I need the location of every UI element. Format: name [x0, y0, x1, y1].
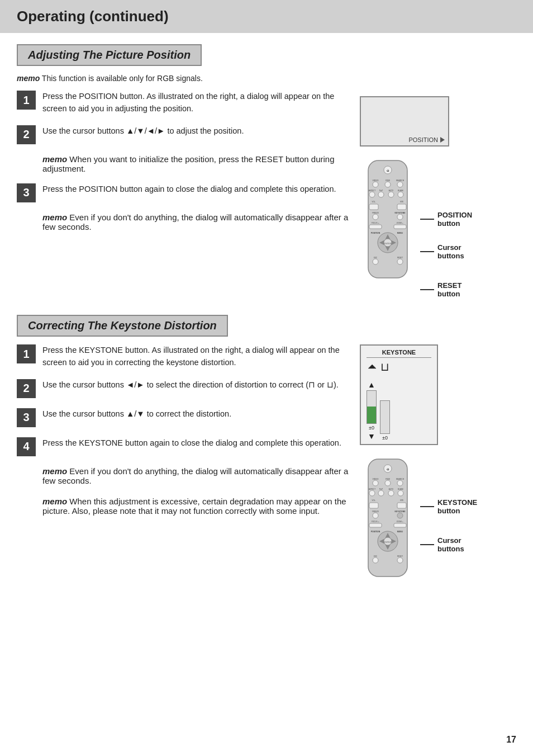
svg-text:SEARCH: SEARCH: [396, 179, 404, 182]
svg-text:MENU: MENU: [397, 531, 403, 533]
svg-point-40: [373, 259, 378, 264]
svg-text:PinP: PinP: [379, 190, 383, 192]
keystone-button-line: [420, 506, 434, 507]
svg-rect-20: [397, 204, 406, 210]
svg-text:SITE: SITE: [400, 201, 404, 203]
svg-text:ZOOM +-: ZOOM +-: [397, 521, 404, 523]
step-num-1-1: 1: [17, 91, 36, 110]
step-1-2-text: Use the cursor buttons ▲/▼/◄/► to adjust…: [42, 126, 244, 135]
svg-point-65: [373, 513, 378, 518]
svg-point-6: [373, 182, 378, 187]
svg-point-50: [397, 480, 403, 486]
page-number: 17: [506, 735, 516, 745]
step-1-1-text: Press the POSITION button. As illustrate…: [42, 92, 334, 113]
section2-header: Correcting The Keystone Distortion: [17, 315, 228, 337]
step-2-1: 1 Press the KEYSTONE button. As illustra…: [17, 344, 360, 369]
step-2-4: 4 Press the KEYSTONE button again to clo…: [17, 437, 360, 516]
cursor-buttons-line-1: [420, 251, 434, 252]
step-2-2: 2 Use the cursor buttons ◄/► to select t…: [17, 379, 360, 398]
section-adjusting: Adjusting The Picture Position memo This…: [0, 39, 533, 298]
step-num-2-3: 3: [17, 408, 36, 427]
svg-text:ASPECT: ASPECT: [369, 488, 375, 490]
svg-rect-69: [369, 523, 382, 527]
svg-text:VIDEO: VIDEO: [373, 179, 379, 182]
page-header: Operating (continued): [0, 0, 533, 33]
keystone-dialog: KEYSTONE ⏶ ⊔ ▲: [360, 344, 438, 445]
reset-button-label: RESETbutton: [437, 281, 461, 298]
svg-point-57: [388, 490, 394, 496]
svg-rect-27: [369, 225, 382, 229]
svg-point-23: [373, 214, 378, 220]
step-2-4-memo-bold: memo: [42, 466, 67, 476]
svg-text:ESC: ESC: [374, 555, 378, 557]
step-1-2-memo: When you want to initialize the position…: [42, 154, 335, 173]
svg-text:BLANK: BLANK: [398, 190, 403, 192]
step-1-3-text: Press the POSITION button again to close…: [42, 185, 336, 193]
step-2-2-text: Use the cursor buttons ◄/► to select the…: [42, 380, 339, 389]
svg-point-13: [369, 192, 375, 197]
svg-text:AUTO: AUTO: [389, 190, 394, 192]
svg-point-49: [385, 480, 391, 486]
step-num-2-1: 1: [17, 344, 36, 363]
remote-labels-2: KEYSTONEbutton Cursorbuttons: [420, 498, 477, 553]
svg-text:PinP: PinP: [379, 488, 383, 490]
position-button-label: POSITIONbutton: [437, 211, 472, 228]
svg-point-48: [373, 480, 378, 486]
svg-text:FOCUS +-: FOCUS +-: [372, 222, 379, 224]
svg-text:FREEZE: FREEZE: [372, 511, 379, 513]
svg-rect-61: [369, 503, 378, 508]
svg-text:RGB: RGB: [386, 478, 390, 480]
remote-svg-2: ⏻ VIDEO RGB SEARCH ASPECT PinP AUTO BLAN…: [360, 456, 416, 579]
step-num-1-2: 2: [17, 125, 36, 144]
memo-text-1: This function is available only for RGB …: [40, 74, 203, 83]
step-num-2-4: 4: [17, 437, 36, 456]
svg-text:SITE: SITE: [400, 499, 404, 502]
svg-text:VIDEO: VIDEO: [373, 478, 379, 480]
section1-steps: 1 Press the POSITION button. As illustra…: [17, 91, 360, 242]
page-title: Operating (continued): [17, 8, 516, 25]
svg-text:POSITION: POSITION: [371, 531, 380, 533]
svg-text:VOL-: VOL-: [372, 201, 375, 203]
remote-labels-1: POSITIONbutton Cursorbuttons RESETbutton: [420, 211, 472, 298]
step-2-3: 3 Use the cursor buttons ▲/▼ to correct …: [17, 408, 360, 427]
svg-text:BLANK: BLANK: [398, 488, 403, 490]
svg-text:KEYSTONE: KEYSTONE: [394, 212, 406, 214]
step-1-2-memo-bold: memo: [42, 154, 67, 164]
cursor-buttons-label-1: Cursorbuttons: [437, 243, 464, 260]
svg-text:ASPECT: ASPECT: [369, 190, 375, 192]
svg-text:ESC: ESC: [374, 257, 378, 259]
step-2-4-text: Press the KEYSTONE button again to close…: [42, 438, 341, 447]
svg-rect-70: [394, 523, 406, 527]
position-button-line: [420, 219, 434, 220]
svg-text:RESET: RESET: [397, 257, 403, 259]
svg-point-55: [369, 490, 375, 496]
svg-text:POSITION: POSITION: [371, 232, 380, 234]
ks-up-arrow: ▲: [368, 380, 375, 389]
keystone-button-label: KEYSTONEbutton: [437, 498, 477, 515]
ks-bar-val-2: ±0: [382, 435, 388, 441]
step-2-4-memo2-bold: memo: [42, 497, 67, 506]
svg-point-8: [397, 182, 403, 187]
step-1-1: 1 Press the POSITION button. As illustra…: [17, 91, 360, 115]
reset-button-line: [420, 289, 434, 290]
svg-text:AUTO: AUTO: [389, 488, 394, 490]
trapezoid-top-icon: ⏶: [367, 360, 378, 374]
svg-rect-19: [369, 204, 378, 210]
section1-memo: memo This function is available only for…: [17, 74, 516, 83]
step-2-3-text: Use the cursor buttons ▲/▼ to correct th…: [42, 409, 231, 418]
step-1-2: 2 Use the cursor buttons ▲/▼/◄/► to adju…: [17, 125, 360, 173]
svg-point-56: [378, 490, 384, 496]
svg-text:ENTER: ENTER: [384, 242, 392, 245]
svg-text:RGB: RGB: [386, 179, 390, 182]
svg-point-7: [385, 182, 391, 187]
svg-point-24: [397, 214, 403, 220]
svg-point-16: [398, 192, 403, 197]
section2-steps: 1 Press the KEYSTONE button. As illustra…: [17, 344, 360, 526]
svg-text:KEYSTONE: KEYSTONE: [394, 511, 406, 513]
svg-point-66: [397, 513, 403, 518]
svg-point-41: [397, 259, 403, 264]
ks-bar-val-1: ±0: [369, 425, 374, 431]
step-num-2-2: 2: [17, 379, 36, 398]
svg-text:SEARCH: SEARCH: [396, 478, 404, 480]
svg-text:FREEZE: FREEZE: [372, 212, 379, 214]
